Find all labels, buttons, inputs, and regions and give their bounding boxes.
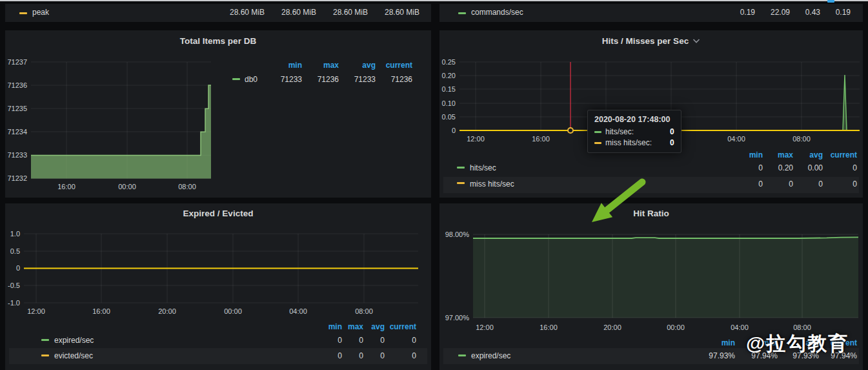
watermark-text: @拉勾教育 [746,331,849,357]
y-tick: 0.20 [439,72,456,79]
series-dash-icon [19,12,27,14]
y-tick: 71236 [5,81,27,89]
legend-series-db0[interactable]: db0 [245,75,257,84]
db0-series-line [31,85,211,156]
x-tick: 08:00 [792,135,811,143]
y-tick: 0.05 [439,113,456,121]
x-tick: 16:00 [57,183,76,190]
cropped-blue-header-fragment [827,0,834,3]
top-divider-line [0,0,868,1]
x-tick: 12:00 [27,307,45,315]
legend-value: 0.19 [740,8,755,17]
panel-memory-peak-legend: peak 28.60 MiB 28.60 MiB 28.60 MiB 28.60… [5,4,431,22]
legend-value: 22.09 [771,8,790,17]
x-tick: 16:00 [540,324,558,331]
hit-ratio-area-fill [473,237,858,318]
panel-expired-evicted: Expired / Evicted 1.0 0.5 0 -0.5 -1.0 12… [5,203,431,370]
legend-header-min[interactable]: min [328,322,342,331]
y-tick: 0 [439,127,456,134]
legend-value: 28.60 MiB [230,8,265,17]
expired-evicted-chart [5,203,431,370]
tooltip-row: miss hits/sec: 0 [594,138,674,147]
legend-current-value: 0 [853,163,857,172]
legend-current-value: 71236 [391,75,412,84]
legend-min-value: 0 [758,180,763,189]
legend-header-current[interactable]: current [390,322,416,331]
y-tick: -0.5 [5,282,20,289]
x-tick: 00:00 [118,183,136,190]
legend-avg-value: 0.00 [808,163,823,172]
panel-total-items-per-db: Total Items per DB 71237 71236 71235 712… [5,30,431,198]
legend-header-max[interactable]: max [348,322,363,331]
y-tick: 71232 [5,174,27,182]
legend-header-min[interactable]: min [749,150,763,159]
tooltip-series-value: 0 [656,138,674,147]
legend-value: 0.19 [836,8,851,17]
tooltip-series-name: miss hits/sec: [605,138,652,147]
series-dash-icon [594,142,601,144]
x-tick: 04:00 [289,307,307,315]
legend-value: 28.60 MiB [385,8,419,17]
series-dash-icon [594,131,601,133]
x-tick: 16:00 [532,135,550,143]
x-tick: 12:00 [476,324,494,331]
legend-avg-value: 71233 [354,75,376,84]
series-dash-icon [41,339,49,341]
legend-header-current[interactable]: current [386,61,412,70]
y-tick: 1.0 [5,230,20,238]
legend-max-value: 0 [789,180,793,189]
legend-max-value: 0 [359,336,363,345]
legend-min-value: 97.93% [709,351,735,360]
legend-value: 0.43 [805,8,820,17]
y-tick: 71234 [5,128,27,136]
y-tick: 71237 [5,58,27,66]
tooltip-timestamp: 2020-08-20 17:48:00 [594,115,674,124]
x-tick: 00:00 [224,307,242,315]
legend-series-commands[interactable]: commands/sec [471,8,523,17]
legend-series-expired[interactable]: expired/sec [471,351,510,360]
x-tick: 16:00 [92,307,110,315]
legend-header-avg[interactable]: avg [809,150,823,159]
y-tick: 98.00% [439,231,469,238]
legend-min-value: 0 [338,351,342,360]
legend-series-expired[interactable]: expired/sec [54,336,94,345]
y-tick: 0.10 [439,99,456,107]
panel-commands-legend: commands/sec 0.19 22.09 0.43 0.19 [439,4,863,22]
legend-series-hits[interactable]: hits/sec [470,163,496,172]
y-tick: 0.15 [439,85,456,93]
series-dash-icon [232,78,240,80]
legend-header-min[interactable]: min [288,61,302,70]
series-dash-icon [458,355,466,356]
legend-current-value: 0 [853,180,857,189]
legend-max-value: 71236 [318,75,339,84]
graph-tooltip: 2020-08-20 17:48:00 hits/sec: 0 miss hit… [587,110,681,153]
legend-header-current[interactable]: current [831,150,857,159]
x-tick: 08:00 [355,307,373,315]
legend-header-max[interactable]: max [323,61,339,70]
legend-header-min[interactable]: min [722,338,735,347]
legend-avg-value: 0 [380,336,385,345]
x-tick: 20:00 [158,307,176,315]
legend-header-avg[interactable]: avg [371,322,385,331]
hit-ratio-series-line [473,237,858,238]
legend-header-max[interactable]: max [778,150,793,159]
legend-max-value: 0.20 [778,163,793,172]
y-tick: 0.25 [439,58,456,66]
legend-avg-value: 0 [380,351,385,360]
legend-header-avg[interactable]: avg [362,61,376,70]
grafana-dashboard: peak 28.60 MiB 28.60 MiB 28.60 MiB 28.60… [0,0,868,370]
hits-spike [843,75,847,130]
legend-series-evicted[interactable]: evicted/sec [54,351,93,360]
x-tick: 04:00 [727,135,745,143]
series-dash-icon [458,12,466,14]
legend-avg-value: 0 [818,180,823,189]
series-dash-icon [457,167,465,169]
panel-hits-misses: Hits / Misses per Sec 0.25 0.20 0.15 0.1… [439,30,863,198]
y-tick: 71233 [5,151,27,159]
y-tick: 71235 [5,105,27,112]
h-gridlines [459,62,860,117]
tooltip-series-value: 0 [656,127,674,136]
legend-series-miss-hits[interactable]: miss hits/sec [470,180,514,189]
series-dash-icon [457,182,465,184]
legend-series-peak[interactable]: peak [32,8,49,17]
